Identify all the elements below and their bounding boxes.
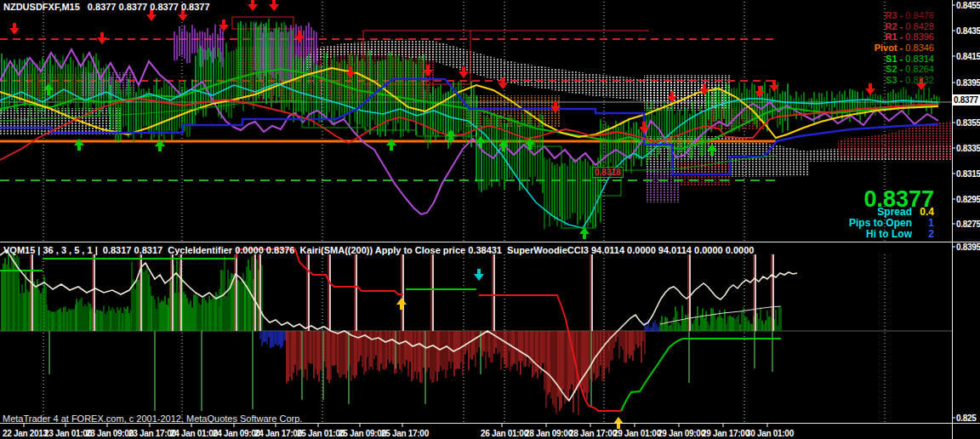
sell-arrow-icon [9, 23, 20, 35]
pivot-label-r1: R1 - 0.8396 [886, 31, 935, 42]
price-axis-label: 0.8395 [956, 78, 980, 88]
symbol-period-label: NZDUSDFXF,M15 [3, 2, 80, 12]
time-axis-label: 24 Jan 17:00 [254, 429, 302, 438]
buy-arrow-icon [579, 227, 590, 239]
mt4-chart-window: NZDUSDFXF,M150.8377 0.8377 0.8377 0.8377… [0, 0, 980, 439]
price-axis-label: 0.8335 [956, 144, 980, 153]
price-level-tag: 0.8318 [592, 167, 624, 178]
time-axis-label: 29 Jan 01:00 [613, 429, 661, 438]
sub-axis-label: 0.8395 [956, 242, 980, 252]
price-axis-label: 0.8355 [956, 118, 980, 128]
current-price-marker: 0.8377 [952, 94, 980, 105]
time-axis-label: 30 Jan 01:00 [746, 429, 794, 438]
sell-arrow-icon [269, 0, 279, 11]
chart-canvas[interactable] [0, 0, 980, 439]
quote-row-spread: Spread0.4 [877, 206, 934, 218]
price-axis-label: 0.8275 [956, 220, 980, 229]
sell-arrow-icon [755, 86, 765, 98]
time-axis-label: 25 Jan 01:00 [297, 429, 345, 438]
sell-arrow-icon [97, 32, 107, 44]
time-axis-label: 29 Jan 09:00 [658, 429, 705, 438]
time-axis-label: 29 Jan 17:00 [702, 429, 749, 438]
quote-row-pips-to-open: Pips to Open1 [849, 217, 934, 229]
sub-axis-label: 0.825 [956, 413, 977, 423]
indicator-cloud [0, 108, 122, 134]
time-axis-label: 28 Jan 09:00 [525, 429, 573, 438]
price-axis-label: 0.8415 [956, 52, 980, 61]
pivot-label-s1: S1 - 0.8314 [886, 54, 934, 64]
sub-sell-arrow-icon [474, 269, 484, 281]
time-axis-label: 22 Jan 2013 [3, 429, 48, 438]
indicator-cloud [645, 167, 681, 202]
pivot-label-s3: S3 - 0.8232 [886, 75, 934, 85]
sell-arrow-icon [865, 83, 875, 95]
time-axis-label: 23 Jan 09:00 [86, 429, 134, 438]
price-axis-label: 0.8315 [956, 169, 980, 179]
sell-arrow-icon [639, 122, 649, 134]
time-axis-label: 24 Jan 01:00 [170, 429, 218, 438]
price-axis-label: 0.8435 [956, 26, 980, 36]
chart-title: NZDUSDFXF,M150.8377 0.8377 0.8377 0.8377 [3, 2, 210, 12]
pivot-label-r3: R3 - 0.8478 [886, 10, 935, 20]
price-axis-label: 0.8295 [956, 195, 980, 204]
time-axis-label: 23 Jan 17:00 [128, 429, 176, 438]
sell-arrow-icon [248, 0, 258, 11]
pivot-label-s2: S2 - 0.8264 [886, 64, 934, 74]
footer-credit: MetaTrader 4 at FOREX.com, c 2001-2012, … [3, 413, 302, 424]
time-axis-label: 24 Jan 09:00 [213, 429, 260, 438]
time-axis-label: 25 Jan 09:00 [339, 429, 386, 438]
time-axis-label: 23 Jan 01:00 [44, 429, 92, 438]
price-axis-label: 0.8455 [956, 1, 980, 10]
pivot-label-r2: R2 - 0.8428 [886, 21, 935, 31]
ohlc-values: 0.8377 0.8377 0.8377 0.8377 [88, 2, 210, 12]
time-axis-label: 26 Jan 01:00 [481, 429, 528, 438]
pivot-label-pivot: Pivot - 0.8346 [875, 43, 934, 53]
sub-buy-arrow-icon [396, 298, 407, 310]
indicator-title: VQM15 | 36 , 3 , 5 , 1 | 0.8317 0.8317 C… [3, 245, 754, 255]
buy-arrow-icon [446, 129, 456, 141]
time-axis-label: 28 Jan 17:00 [569, 429, 617, 438]
time-axis-label: 25 Jan 17:00 [381, 429, 429, 438]
quote-row-hi-to-low: Hi to Low2 [866, 228, 934, 240]
